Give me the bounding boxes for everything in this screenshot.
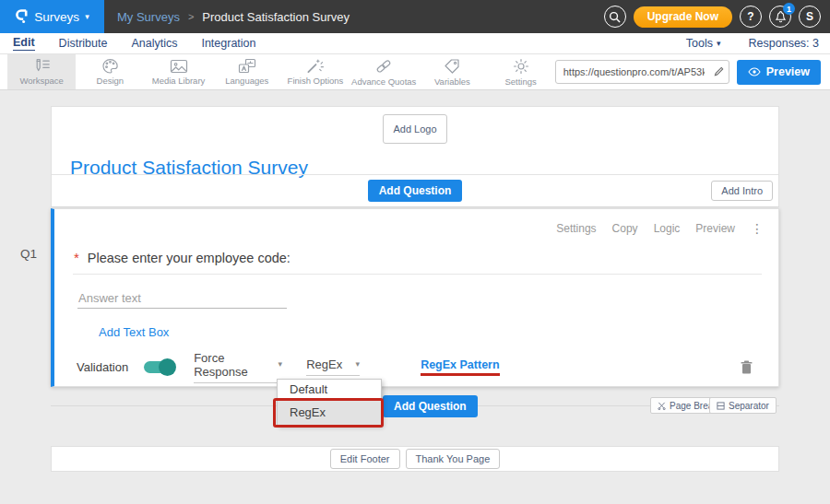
chevron-down-icon: ▾ (85, 13, 89, 21)
validation-toggle[interactable] (144, 361, 175, 373)
add-question-row: Add Question Add Intro (52, 174, 778, 206)
toolbar-workspace[interactable]: Workspace (7, 54, 76, 89)
add-intro-button[interactable]: Add Intro (711, 181, 773, 201)
regex-pattern-link[interactable]: RegEx Pattern (421, 358, 499, 376)
add-logo-button[interactable]: Add Logo (383, 114, 446, 144)
editor-toolbar: Workspace Design Media Library Languages… (0, 54, 830, 90)
force-response-select[interactable]: Force Response ▾ (194, 351, 282, 383)
toggle-knob (159, 358, 176, 376)
palette-icon (101, 58, 119, 74)
validation-type-select[interactable]: RegEx ▾ (306, 357, 360, 376)
question-copy-link[interactable]: Copy (612, 222, 638, 235)
app-menu-surveys[interactable]: Surveys ▾ (0, 0, 104, 33)
breadcrumb-separator: > (188, 11, 194, 22)
app-menu-label: Surveys (34, 10, 79, 24)
subnav-right: Tools▾ Responses: 3 (686, 37, 819, 50)
chevron-down-icon: ▾ (279, 360, 283, 369)
toolbar-languages[interactable]: Languages (213, 54, 281, 89)
tools-label: Tools (686, 37, 713, 50)
question-mark-icon: ? (747, 10, 753, 23)
edit-url-pencil-icon[interactable] (708, 66, 729, 77)
notifications-button[interactable]: 1 (769, 6, 791, 28)
edit-footer-button[interactable]: Edit Footer (330, 449, 400, 469)
dropdown-option-default[interactable]: Default (278, 380, 381, 400)
question-preview-link[interactable]: Preview (695, 222, 735, 235)
add-question-button-2[interactable]: Add Question (383, 395, 478, 417)
toolbar-media-library-label: Media Library (152, 76, 206, 86)
tab-analytics[interactable]: Analytics (131, 37, 177, 50)
add-question-button[interactable]: Add Question (368, 180, 463, 202)
add-text-box-link[interactable]: Add Text Box (99, 325, 169, 339)
topbar-actions: Upgrade Now ? 1 S (604, 6, 821, 28)
question-actions: Settings Copy Logic Preview ⋮ (556, 222, 764, 235)
search-icon (609, 11, 621, 23)
survey-header-card: Add Logo Product Satisfaction Survey Add… (51, 106, 779, 207)
toolbar-variables-label: Variables (434, 76, 470, 87)
toolbar-variables[interactable]: Variables (418, 54, 486, 89)
force-response-value: Force Response (194, 351, 278, 379)
tag-icon (444, 58, 460, 75)
question-card: Settings Copy Logic Preview ⋮ *Please en… (51, 208, 779, 387)
toolbar-design[interactable]: Design (76, 54, 144, 89)
tab-integration[interactable]: Integration (201, 37, 255, 50)
toolbar-media-library[interactable]: Media Library (144, 54, 212, 89)
validation-type-dropdown: Default RegEx (277, 379, 382, 426)
question-logic-link[interactable]: Logic (654, 222, 681, 235)
chevron-down-icon: ▾ (717, 40, 721, 48)
tab-edit[interactable]: Edit (13, 36, 35, 51)
toolbar-design-label: Design (97, 76, 125, 86)
toolbar-settings-label: Settings (504, 76, 536, 87)
tab-distribute[interactable]: Distribute (59, 37, 108, 50)
chevron-down-icon: ▾ (356, 360, 361, 369)
logo-row: Add Logo (52, 107, 778, 144)
image-icon (170, 59, 188, 74)
chain-links-icon (374, 58, 393, 75)
toolbar-advance-quotas[interactable]: Advance Quotas (350, 54, 418, 89)
toolbar-finish-options[interactable]: Finish Options (281, 54, 350, 89)
sub-nav: Edit Distribute Analytics Integration To… (0, 33, 830, 54)
pencil-list-icon (32, 58, 51, 74)
question-number: Q1 (20, 247, 37, 261)
question-text: Please enter your employee code: (88, 251, 290, 265)
survey-footer-band: Edit Footer Thank You Page (51, 446, 779, 472)
help-button[interactable]: ? (740, 6, 762, 28)
separator-icon (717, 402, 725, 410)
answer-text-input[interactable] (77, 288, 287, 309)
account-avatar[interactable]: S (799, 6, 821, 28)
survey-url-input[interactable] (556, 66, 708, 77)
eye-icon (748, 67, 761, 76)
tools-menu[interactable]: Tools▾ (686, 37, 721, 50)
questionpro-logo-icon (15, 9, 29, 24)
breadcrumb-my-surveys[interactable]: My Surveys (117, 10, 180, 24)
delete-question-trash-icon[interactable] (741, 360, 753, 374)
preview-button[interactable]: Preview (737, 60, 821, 85)
search-button[interactable] (604, 6, 626, 28)
separator-label: Separator (729, 401, 769, 411)
upgrade-now-button[interactable]: Upgrade Now (634, 6, 732, 28)
question-divider (73, 274, 762, 275)
avatar-initial: S (806, 10, 813, 23)
validation-label: Validation (77, 360, 128, 374)
magic-wand-icon (306, 58, 324, 74)
notification-badge: 1 (783, 3, 795, 15)
responses-count[interactable]: Responses: 3 (749, 37, 819, 50)
kebab-menu-icon[interactable]: ⋮ (751, 222, 764, 235)
question-text-row[interactable]: *Please enter your employee code: (74, 250, 290, 265)
validation-row: Validation Force Response ▾ RegEx ▾ RegE… (77, 353, 756, 381)
toolbar-advance-quotas-label: Advance Quotas (351, 76, 416, 87)
gear-icon (513, 58, 529, 75)
toolbar-workspace-label: Workspace (19, 76, 63, 86)
scissors-icon (658, 402, 666, 410)
toolbar-finish-options-label: Finish Options (288, 76, 344, 86)
translate-boxes-icon (238, 58, 256, 74)
validation-type-value: RegEx (306, 357, 342, 371)
question-settings-link[interactable]: Settings (556, 222, 596, 235)
toolbar-settings[interactable]: Settings (487, 54, 555, 89)
dropdown-option-regex[interactable]: RegEx (278, 400, 381, 425)
toolbar-languages-label: Languages (225, 76, 268, 86)
breadcrumb: My Surveys > Product Satisfaction Survey (117, 10, 350, 24)
breadcrumb-current: Product Satisfaction Survey (202, 10, 350, 24)
survey-url-field (555, 60, 729, 84)
thank-you-page-button[interactable]: Thank You Page (406, 449, 501, 469)
separator-button[interactable]: Separator (709, 397, 777, 414)
